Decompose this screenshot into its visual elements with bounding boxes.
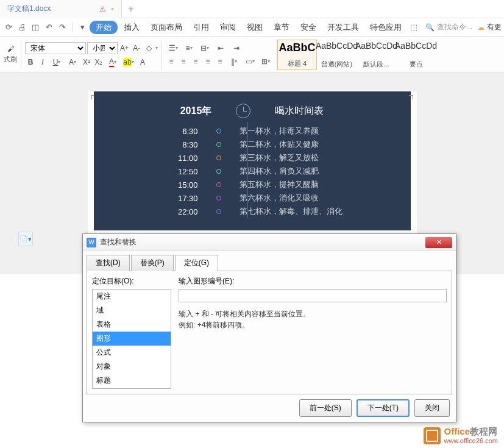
list-item[interactable]: 表格 bbox=[93, 318, 171, 332]
multilevel-button[interactable]: ⊟▾ bbox=[197, 43, 212, 54]
char-shading-button[interactable]: A bbox=[137, 57, 148, 68]
shading-button[interactable]: ▭▾ bbox=[243, 56, 257, 67]
dialog-titlebar[interactable]: W 查找和替换 ✕ bbox=[83, 234, 456, 251]
toolbar: 🖌 式刷 宋体 小四 A+ A- ◇ ▾ B I U▾ A▾ X² X₂ A▾ … bbox=[0, 37, 504, 73]
dialog-title: 查找和替换 bbox=[100, 237, 137, 247]
menu-view[interactable]: 视图 bbox=[242, 20, 268, 35]
list-item[interactable]: 图形 bbox=[93, 332, 171, 346]
sync-icon[interactable]: ⟳ bbox=[2, 21, 15, 34]
menu-chapter[interactable]: 章节 bbox=[269, 20, 294, 35]
menu-dev[interactable]: 开发工具 bbox=[322, 20, 364, 35]
schedule-row: 11:00第三杯水，解乏又放松 bbox=[118, 151, 386, 165]
timeline-dot-icon bbox=[216, 129, 221, 133]
hint-text-1: 输入 + 和 - 可将相关内容移至当前位置。 bbox=[179, 308, 447, 319]
italic-button[interactable]: I bbox=[37, 57, 48, 68]
close-button[interactable]: ✕ bbox=[425, 237, 452, 248]
dialog-tabs: 查找(D) 替换(P) 定位(G) bbox=[87, 255, 452, 271]
line-spacing-button[interactable]: ‖▾ bbox=[227, 56, 241, 67]
style-default-para[interactable]: AaBbCcDd 默认段... bbox=[357, 40, 396, 70]
strikethrough-button[interactable]: A▾ bbox=[65, 57, 80, 68]
schedule-time: 15:00 bbox=[161, 180, 198, 190]
format-painter-icon[interactable]: 🖌 bbox=[7, 45, 14, 52]
prev-button[interactable]: 前一处(S) bbox=[299, 399, 352, 417]
list-item[interactable]: 对象 bbox=[93, 360, 171, 374]
clock-icon bbox=[236, 104, 250, 118]
watermark-title: Office教程网 bbox=[444, 427, 498, 437]
dropdown-icon[interactable]: ▾ bbox=[76, 21, 88, 34]
align-left-button[interactable]: ≡ bbox=[166, 56, 177, 67]
overflow-icon[interactable]: ⬚ bbox=[408, 21, 420, 34]
menu-insert[interactable]: 插入 bbox=[119, 20, 144, 35]
schedule-text: 第二杯水，体贴又健康 bbox=[240, 139, 343, 150]
menu-special[interactable]: 特色应用 bbox=[365, 20, 406, 35]
borders-button[interactable]: ⊞▾ bbox=[258, 56, 273, 67]
list-item[interactable]: 尾注 bbox=[93, 290, 171, 304]
timeline-line bbox=[247, 122, 248, 218]
align-justify-button[interactable]: ≡ bbox=[202, 56, 213, 67]
clear-format-button[interactable]: ◇ bbox=[143, 43, 154, 54]
style-normal-web[interactable]: AaBbCcDd 普通(网站) bbox=[317, 40, 357, 70]
style-keypoint[interactable]: AaBbCcDd 要点 bbox=[396, 40, 436, 70]
menu-layout[interactable]: 页面布局 bbox=[146, 20, 187, 35]
next-button[interactable]: 下一处(T) bbox=[357, 399, 410, 417]
align-center-button[interactable]: ≡ bbox=[178, 56, 189, 67]
document-tab[interactable]: 字文稿1.docx ⚠ ● bbox=[0, 0, 122, 18]
distribute-button[interactable]: ≡ bbox=[215, 56, 225, 67]
style-heading4[interactable]: AaBbC 标题 4 bbox=[277, 40, 317, 70]
tab-replace[interactable]: 替换(P) bbox=[131, 255, 174, 271]
bullets-button[interactable]: ☰▾ bbox=[166, 43, 180, 54]
numbering-button[interactable]: ≡▾ bbox=[182, 43, 196, 54]
styles-gallery[interactable]: AaBbC 标题 4 AaBbCcDd 普通(网站) AaBbCcDd 默认段.… bbox=[277, 40, 436, 70]
search-icon: 🔍 bbox=[425, 23, 435, 32]
redo-icon[interactable]: ↷ bbox=[56, 21, 68, 34]
font-size-select[interactable]: 小四 bbox=[87, 42, 118, 54]
cancel-button[interactable]: 关闭 bbox=[414, 399, 450, 417]
decrease-font-button[interactable]: A- bbox=[131, 43, 142, 54]
print-icon[interactable]: 🖨 bbox=[16, 21, 28, 34]
subscript-button[interactable]: X₂ bbox=[93, 57, 104, 68]
underline-button[interactable]: U▾ bbox=[49, 57, 64, 68]
bold-button[interactable]: B bbox=[25, 57, 36, 68]
list-item[interactable]: 域 bbox=[93, 304, 171, 318]
goto-target-list[interactable]: 尾注域表格图形公式对象标题 bbox=[92, 289, 171, 389]
increase-font-button[interactable]: A+ bbox=[119, 43, 130, 54]
list-item[interactable]: 标题 bbox=[93, 374, 171, 388]
format-painter-label[interactable]: 式刷 bbox=[4, 55, 17, 64]
font-name-select[interactable]: 宋体 bbox=[25, 42, 86, 54]
indent-right-button[interactable]: ⇥ bbox=[229, 43, 244, 54]
style-label: 默认段... bbox=[363, 60, 389, 69]
timeline-dot-icon bbox=[216, 209, 221, 214]
update-link[interactable]: ☁ 有更 bbox=[477, 22, 502, 32]
menu-review[interactable]: 审阅 bbox=[215, 20, 241, 35]
schedule-time: 8:30 bbox=[161, 140, 198, 149]
highlight-button[interactable]: ab▾ bbox=[121, 57, 136, 68]
indent-left-button[interactable]: ⇤ bbox=[213, 43, 228, 54]
schedule-time: 6:30 bbox=[161, 127, 198, 136]
timeline-dot-icon bbox=[216, 155, 221, 160]
schedule-text: 第一杯水，排毒又养颜 bbox=[240, 126, 343, 137]
menu-safe[interactable]: 安全 bbox=[296, 20, 321, 35]
preview-icon[interactable]: ◫ bbox=[29, 21, 41, 34]
superscript-button[interactable]: X² bbox=[81, 57, 92, 68]
schedule-row: 15:00第五杯水，提神又醒脑 bbox=[118, 178, 386, 191]
menu-ref[interactable]: 引用 bbox=[188, 20, 214, 35]
menu-start[interactable]: 开始 bbox=[90, 21, 118, 34]
schedule-text: 第六杯水，消化又吸收 bbox=[240, 193, 343, 204]
timeline-dot-icon bbox=[216, 182, 221, 187]
list-item[interactable]: 公式 bbox=[93, 346, 171, 360]
tab-goto[interactable]: 定位(G) bbox=[175, 255, 218, 271]
align-right-button[interactable]: ≡ bbox=[190, 56, 201, 67]
add-tab-button[interactable]: + bbox=[122, 4, 140, 15]
search-placeholder: 查找命令... bbox=[437, 22, 472, 32]
target-label: 定位目标(O): bbox=[92, 276, 171, 286]
font-color-button[interactable]: A▾ bbox=[105, 57, 120, 68]
hint-text-2: 例如: +4将前移四项。 bbox=[179, 319, 447, 330]
water-schedule-graphic[interactable]: 2015年 喝水时间表 6:30第一杯水，排毒又养颜8:30第二杯水，体贴又健康… bbox=[94, 91, 411, 230]
undo-icon[interactable]: ↶ bbox=[43, 21, 55, 34]
command-search[interactable]: 🔍 查找命令... bbox=[425, 22, 472, 32]
tab-bar: 字文稿1.docx ⚠ ● + bbox=[0, 0, 504, 18]
tab-find[interactable]: 查找(D) bbox=[87, 255, 130, 271]
warning-icon: ⚠ bbox=[99, 5, 106, 13]
goto-number-input[interactable] bbox=[179, 289, 447, 302]
section-nav-icon[interactable]: 📄▾ bbox=[18, 232, 33, 246]
